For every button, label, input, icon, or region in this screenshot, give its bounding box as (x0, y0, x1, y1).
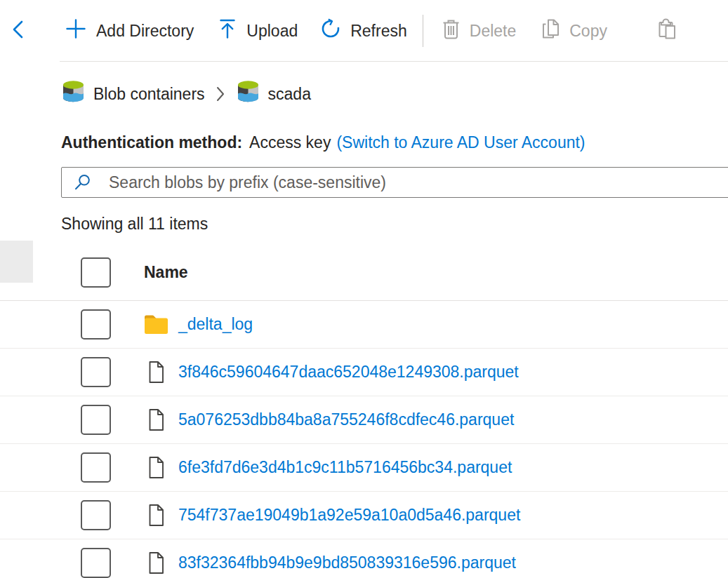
row-checkbox[interactable] (81, 405, 111, 435)
breadcrumb-label: scada (268, 85, 311, 104)
back-button[interactable] (4, 14, 32, 48)
paste-clipboard-icon (656, 18, 677, 44)
toolbar-separator (423, 15, 423, 47)
file-icon (143, 456, 169, 479)
toolbar-bottom-border (60, 61, 728, 62)
copy-icon (541, 18, 560, 43)
row-checkbox[interactable] (81, 500, 111, 530)
row-checkbox[interactable] (81, 548, 111, 578)
refresh-button[interactable]: Refresh (320, 18, 407, 43)
blob-name-link[interactable]: _delta_log (178, 315, 253, 334)
blob-name-link[interactable]: 83f32364fbb94b9e9bd850839316e596.parquet (178, 553, 516, 572)
auth-method-label: Authentication method: (61, 133, 242, 152)
name-column-header[interactable]: Name (144, 263, 188, 282)
auth-method-value: Access key (249, 133, 331, 152)
refresh-icon (320, 18, 341, 43)
upload-label: Upload (246, 22, 298, 41)
upload-icon (218, 18, 237, 43)
breadcrumb-scada[interactable]: scada (236, 79, 311, 109)
row-checkbox[interactable] (81, 309, 111, 340)
refresh-label: Refresh (350, 22, 407, 41)
copy-label: Copy (569, 22, 607, 41)
switch-auth-link[interactable]: (Switch to Azure AD User Account) (336, 133, 585, 152)
copy-button[interactable]: Copy (541, 18, 607, 43)
blob-name-link[interactable]: 3f846c59604647daac652048e1249308.parquet (178, 363, 519, 382)
item-count-summary: Showing all 11 items (61, 215, 208, 234)
delete-label: Delete (470, 22, 516, 41)
row-checkbox[interactable] (81, 452, 111, 483)
search-input[interactable] (107, 173, 728, 193)
file-icon (143, 504, 169, 527)
table-header-row: Name (0, 244, 728, 301)
table-row: 3f846c59604647daac652048e1249308.parquet (0, 349, 728, 396)
blob-container-icon (236, 79, 260, 109)
blob-container-icon (61, 79, 86, 109)
row-checkbox[interactable] (81, 357, 111, 387)
add-directory-label: Add Directory (96, 22, 194, 41)
folder-icon (143, 314, 169, 335)
table-row: 5a076253dbb84ba8a755246f8cdfec46.parquet (0, 396, 728, 444)
table-row: _delta_log (0, 301, 728, 349)
breadcrumb: Blob containers scada (61, 80, 311, 108)
search-box (61, 167, 728, 198)
select-all-checkbox[interactable] (81, 257, 111, 288)
file-icon (143, 551, 169, 574)
table-row: 83f32364fbb94b9e9bd850839316e596.parquet (0, 539, 728, 578)
add-directory-button[interactable]: Add Directory (65, 18, 194, 44)
breadcrumb-label: Blob containers (93, 85, 205, 104)
paste-button[interactable] (656, 18, 677, 44)
breadcrumb-blob-containers[interactable]: Blob containers (61, 79, 205, 109)
trash-icon (442, 18, 461, 43)
authentication-method-line: Authentication method:Access key(Switch … (61, 133, 585, 152)
delete-button[interactable]: Delete (442, 18, 516, 43)
chevron-right-icon (216, 86, 225, 102)
plus-icon (65, 18, 87, 44)
file-icon (143, 408, 169, 431)
back-chevron-icon (9, 19, 27, 43)
upload-button[interactable]: Upload (218, 18, 298, 43)
file-icon (143, 361, 169, 384)
table-row: 6fe3fd7d6e3d4b1c9c11b5716456bc34.parquet (0, 444, 728, 492)
command-bar: Add Directory Upload Refresh Delete Copy (0, 0, 728, 62)
blob-name-link[interactable]: 5a076253dbb84ba8a755246f8cdfec46.parquet (178, 410, 514, 429)
table-row: 754f737ae19049b1a92e59a10a0d5a46.parquet (0, 492, 728, 539)
blob-name-link[interactable]: 6fe3fd7d6e3d4b1c9c11b5716456bc34.parquet (178, 458, 512, 477)
search-icon (73, 173, 92, 192)
blob-name-link[interactable]: 754f737ae19049b1a92e59a10a0d5a46.parquet (178, 506, 520, 525)
blob-list: Name _delta_log 3f846c59604647daac652048… (0, 244, 728, 578)
